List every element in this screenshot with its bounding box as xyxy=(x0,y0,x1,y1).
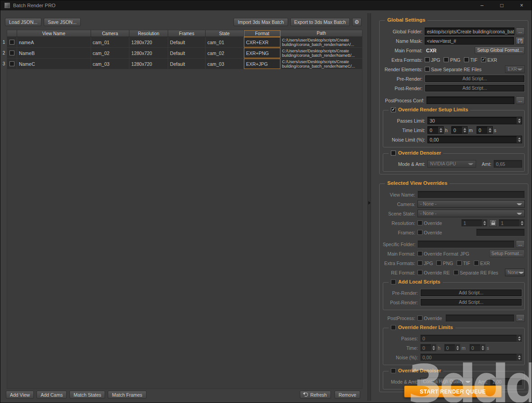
add-view-button[interactable]: Add View xyxy=(6,391,34,398)
pre-render-add-script-button[interactable]: Add Script... xyxy=(425,75,524,82)
spinner-arrows[interactable] xyxy=(517,117,522,124)
cell-view-name[interactable]: NameB xyxy=(17,48,91,58)
override-postprocess-browse-button[interactable]: ... xyxy=(516,314,525,322)
override-postprocess-field[interactable] xyxy=(445,314,514,322)
cell-state[interactable]: cam_01 xyxy=(206,37,244,47)
cell-resolution[interactable]: 1280x720 xyxy=(129,48,168,58)
override-render-setup-limits-checkbox[interactable] xyxy=(391,107,396,112)
spinner-arrows[interactable] xyxy=(438,127,443,133)
setup-format-button[interactable]: Setup Format... xyxy=(489,250,525,257)
override-time-hours-spinner[interactable]: 0 xyxy=(420,344,436,352)
camera-dropdown[interactable]: - None - xyxy=(417,200,525,208)
close-button[interactable]: × xyxy=(512,0,532,10)
settings-button[interactable]: ⚙ xyxy=(352,18,362,26)
local-pre-render-add-script-button[interactable]: Add Script... xyxy=(421,289,522,296)
panel-collapse-arrow[interactable] xyxy=(368,201,371,205)
view-enable-checkbox[interactable] xyxy=(9,40,14,45)
override-re-format-dropdown[interactable]: None xyxy=(505,269,525,276)
remove-button[interactable]: Remove xyxy=(335,391,360,398)
override-time-minutes-spinner[interactable]: 0 xyxy=(444,344,460,352)
override-exr-checkbox[interactable] xyxy=(474,261,479,266)
export-3dsmax-batch-button[interactable]: Export to 3ds Max Batch xyxy=(290,18,350,26)
re-format-dropdown[interactable]: EXR xyxy=(505,65,525,73)
time-minutes-spinner[interactable]: 0 xyxy=(451,126,468,134)
cell-camera[interactable]: cam_01 xyxy=(91,37,130,47)
cell-path[interactable]: C:/Users/user/Desktop/scripts/Create bui… xyxy=(280,37,362,47)
cell-path[interactable]: C:/Users/user/Desktop/scripts/Create bui… xyxy=(280,48,362,58)
import-3dsmax-batch-button[interactable]: Import 3ds Max Batch xyxy=(234,18,288,26)
match-frames-button[interactable]: Match Frames xyxy=(108,391,146,398)
global-folder-browse-button[interactable]: ... xyxy=(516,27,525,35)
cell-resolution[interactable]: 1280x720 xyxy=(129,59,168,69)
cell-frames[interactable]: Default xyxy=(168,48,206,58)
spinner-arrows[interactable] xyxy=(517,335,522,342)
postprocess-override-checkbox[interactable] xyxy=(417,316,422,321)
override-jpg-checkbox[interactable] xyxy=(417,261,422,266)
denoiser-amt-field[interactable]: 0,65 xyxy=(494,160,522,168)
setup-global-format-button[interactable]: Setup Global Format... xyxy=(475,46,525,54)
override-format-checkbox[interactable] xyxy=(417,251,422,256)
spinner-arrows[interactable] xyxy=(455,344,460,351)
frames-field[interactable] xyxy=(476,229,525,236)
match-states-button[interactable]: Match States xyxy=(69,391,105,398)
table-row[interactable]: NameC cam_03 1280x720 Default cam_03 EXR… xyxy=(7,59,362,69)
view-enable-checkbox[interactable] xyxy=(9,50,14,55)
spinner-arrows[interactable] xyxy=(462,127,467,133)
add-cams-button[interactable]: Add Cams xyxy=(37,391,67,398)
postprocess-conf-field[interactable] xyxy=(427,96,514,104)
load-json-button[interactable]: Load JSON... xyxy=(5,18,41,26)
save-json-button[interactable]: Save JSON... xyxy=(44,18,81,26)
local-post-render-add-script-button[interactable]: Add Script... xyxy=(421,299,522,306)
aspect-lock-button[interactable] xyxy=(489,220,497,227)
global-folder-field[interactable]: esktop/scripts/Create building/corona_ba… xyxy=(425,27,514,35)
name-mask-help-button[interactable]: [?] xyxy=(515,37,525,45)
time-seconds-spinner[interactable]: 0 xyxy=(477,126,493,134)
cell-format[interactable]: EXR+JPG xyxy=(244,59,281,69)
override-denoiser-amt-field[interactable]: 1,00 xyxy=(490,378,522,385)
maximize-button[interactable]: □ xyxy=(492,0,512,10)
specific-folder-browse-button[interactable]: ... xyxy=(516,240,525,248)
resolution-height-spinner[interactable]: 1 xyxy=(499,219,525,227)
spinner-arrows[interactable] xyxy=(482,220,487,226)
override-noise-spinner[interactable]: 0,00 xyxy=(420,353,522,361)
cell-format[interactable]: CXR+EXR xyxy=(244,37,281,47)
override-denoiser-checkbox[interactable] xyxy=(391,151,396,156)
post-render-add-script-button[interactable]: Add Script... xyxy=(425,85,524,92)
jpg-checkbox[interactable] xyxy=(425,57,430,62)
scene-state-dropdown[interactable]: - None - xyxy=(417,210,525,217)
spinner-arrows[interactable] xyxy=(431,344,436,351)
override-view-denoiser-checkbox[interactable] xyxy=(391,368,396,373)
cell-path[interactable]: C:/Users/user/Desktop/scripts/Create bui… xyxy=(280,59,362,69)
resolution-override-checkbox[interactable] xyxy=(417,220,422,225)
exr-checkbox[interactable] xyxy=(481,57,486,62)
cell-camera[interactable]: cam_02 xyxy=(91,48,130,58)
spinner-arrows[interactable] xyxy=(517,136,522,143)
spinner-arrows[interactable] xyxy=(517,354,522,361)
override-passes-spinner[interactable]: 0 xyxy=(420,334,522,342)
start-render-queue-button[interactable]: START RENDER QUEUE xyxy=(404,385,502,398)
override-tif-checkbox[interactable] xyxy=(457,261,462,266)
noise-limit-spinner[interactable]: 0,00 xyxy=(427,136,522,143)
override-render-limits-checkbox[interactable] xyxy=(391,325,396,330)
frames-override-checkbox[interactable] xyxy=(417,230,422,235)
cell-frames[interactable]: Default xyxy=(168,59,206,69)
cell-frames[interactable]: Default xyxy=(168,37,206,47)
spinner-arrows[interactable] xyxy=(519,220,524,226)
save-separate-re-checkbox[interactable] xyxy=(425,67,430,72)
override-re-checkbox[interactable] xyxy=(417,270,422,275)
denoiser-mode-dropdown[interactable]: NVIDIA GPU xyxy=(427,160,476,168)
cell-state[interactable]: cam_03 xyxy=(206,59,244,69)
minimize-button[interactable]: – xyxy=(472,0,492,10)
panel-splitter[interactable] xyxy=(367,13,371,401)
cell-resolution[interactable]: 1280x720 xyxy=(129,37,168,47)
spinner-arrows[interactable] xyxy=(487,127,492,133)
time-hours-spinner[interactable]: 0 xyxy=(427,126,444,134)
table-row[interactable]: nameA cam_01 1280x720 Default cam_01 CXR… xyxy=(7,37,362,48)
override-time-seconds-spinner[interactable]: 0 xyxy=(469,344,486,352)
passes-limit-spinner[interactable]: 30 xyxy=(427,117,522,124)
cell-state[interactable]: cam_02 xyxy=(206,48,244,58)
view-name-field[interactable] xyxy=(417,191,525,198)
view-enable-checkbox[interactable] xyxy=(9,61,14,66)
resolution-width-spinner[interactable]: 1 xyxy=(461,219,487,227)
override-denoiser-mode-dropdown[interactable]: Corona High Quality xyxy=(420,378,473,385)
